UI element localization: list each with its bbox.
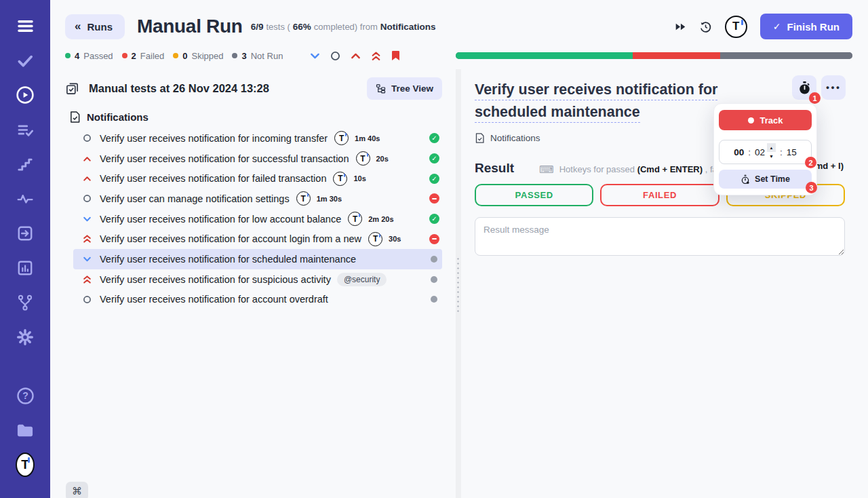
minutes-spinner: ▲ ▼ (767, 143, 776, 161)
priority-icon (83, 134, 92, 142)
hours-field[interactable]: 00 (734, 147, 744, 157)
track-label: Track (760, 115, 783, 126)
sidebar-item-checklist-icon[interactable] (16, 120, 35, 139)
panel-resize-divider[interactable] (456, 69, 461, 498)
tree-icon (376, 83, 386, 94)
track-button[interactable]: Track (719, 110, 812, 130)
more-options-button[interactable]: ●●● (821, 75, 846, 100)
completed-percent: 66% (293, 22, 311, 32)
passed-badge: ✓ (429, 214, 439, 224)
test-title: Verify user receives notification for sc… (100, 254, 356, 265)
sidebar-item-branch-icon[interactable] (16, 293, 35, 312)
hotkey-segment: Hotkeys for passed (559, 164, 637, 174)
sidebar-item-bar-chart-icon[interactable] (16, 258, 35, 277)
test-row[interactable]: Verify user receives notification for ac… (73, 229, 442, 249)
filter-chevron-up-icon[interactable] (351, 52, 361, 60)
keyboard-icon: ⌨ (539, 164, 554, 175)
test-title: Verify user receives notification for ac… (100, 294, 328, 305)
status-stat-skipped: 0Skipped (173, 51, 223, 61)
step-badge-3: 3 (806, 182, 817, 193)
test-title: Verify user receives notification for in… (100, 133, 328, 144)
timer-button[interactable]: 1 (792, 75, 816, 100)
passed-button[interactable]: PASSED (475, 184, 593, 206)
result-message-input[interactable] (475, 217, 845, 256)
test-row[interactable]: Verify user receives notification for su… (73, 269, 442, 290)
test-row[interactable]: Verify user receives notification for in… (73, 128, 442, 149)
set-time-button[interactable]: Set Time 3 (719, 170, 812, 189)
topbar-actions: T ✓ Finish Run (675, 14, 852, 39)
filter-circle-icon[interactable] (330, 51, 340, 61)
notrun-badge (431, 296, 437, 303)
test-row[interactable]: Verify user receives notification for sc… (73, 249, 442, 269)
tests-fraction: 6/9 (251, 22, 264, 32)
filter-bookmark-icon[interactable] (391, 50, 400, 61)
minutes-field[interactable]: 02 (755, 147, 765, 157)
tree-view-button[interactable]: Tree View (367, 77, 442, 100)
app-root: ?T « Runs Manual Run 6/9 tests ( 66% com… (0, 0, 868, 498)
editable-title-text[interactable]: Verify user receives notification for sc… (475, 81, 717, 123)
drag-handle[interactable] (456, 256, 460, 315)
finish-run-button[interactable]: ✓ Finish Run (760, 14, 852, 39)
test-title: Verify user can manage notification sett… (100, 193, 290, 204)
test-duration: 20s (376, 155, 389, 163)
test-detail-panel: Verify user receives notification for sc… (461, 69, 868, 498)
sidebar-item-pulse-icon[interactable] (16, 189, 35, 208)
test-row[interactable]: Verify user receives notification for lo… (73, 209, 442, 229)
test-row[interactable]: Verify user receives notification for su… (73, 149, 442, 169)
testomat-logo-icon: T (368, 232, 382, 246)
sidebar-item-steps-icon[interactable] (16, 155, 35, 174)
test-title: Verify user receives notification for lo… (100, 214, 341, 225)
seconds-field[interactable]: 15 (787, 147, 797, 157)
topbar: « Runs Manual Run 6/9 tests ( 66% comple… (50, 0, 868, 46)
run-progress-bar (456, 52, 852, 59)
spinner-up-icon[interactable]: ▲ (767, 143, 776, 152)
finish-label: Finish Run (787, 21, 840, 33)
spinner-down-icon[interactable]: ▼ (767, 152, 776, 161)
check-icon: ✓ (773, 21, 781, 32)
failed-badge (429, 193, 439, 204)
history-timer-icon[interactable] (699, 20, 712, 33)
suite-folder-row[interactable]: Notifications (69, 111, 442, 123)
test-duration: 1m 30s (317, 195, 342, 203)
stat-label: Skipped (192, 51, 224, 61)
test-row[interactable]: Verify user can manage notification sett… (73, 189, 442, 209)
test-title: Verify user receives notification for fa… (100, 173, 326, 184)
stat-count: 4 (75, 51, 79, 61)
sidebar-item-menu-icon[interactable] (16, 16, 35, 35)
stat-label: Failed (140, 51, 164, 61)
priority-icon (83, 155, 92, 162)
failed-button[interactable]: FAILED (600, 184, 719, 206)
testomat-logo-icon[interactable]: T (725, 16, 747, 38)
sidebar-item-logo-icon[interactable]: T (16, 455, 35, 474)
filter-chevron-down-icon[interactable] (310, 52, 320, 60)
sidebar-item-signin-icon[interactable] (16, 224, 35, 243)
test-status-badge (431, 256, 439, 263)
run-title-text: Manual tests at 26 Nov 2024 13:28 (89, 82, 269, 95)
sidebar-item-folder-icon[interactable] (16, 421, 35, 440)
svg-text:?: ? (22, 390, 28, 401)
step-badge-1: 1 (809, 92, 821, 104)
sidebar-item-help-icon[interactable]: ? (16, 386, 35, 405)
document-check-icon (475, 132, 485, 144)
sidebar-item-play-circle-icon[interactable] (16, 85, 35, 104)
test-title: Verify user receives notification for su… (100, 274, 331, 285)
fast-forward-icon[interactable] (675, 22, 686, 31)
test-row[interactable]: Verify user receives notification for fa… (73, 168, 442, 189)
back-to-runs-button[interactable]: « Runs (65, 14, 125, 39)
breadcrumb-label: Notifications (490, 133, 540, 143)
test-status-badge: ✓ (429, 153, 439, 164)
command-shortcut-button[interactable]: ⌘ (66, 482, 88, 498)
page-title: Manual Run (137, 16, 243, 37)
status-dot (232, 53, 237, 58)
stat-count: 0 (182, 51, 187, 61)
sidebar-item-check-icon[interactable] (16, 51, 35, 70)
record-dot-icon (748, 117, 754, 123)
test-list-panel: Manual tests at 26 Nov 2024 13:28 Tree V… (50, 69, 456, 498)
notrun-badge (431, 276, 437, 283)
test-row[interactable]: Verify user receives notification for ac… (73, 290, 442, 310)
sidebar-item-gear-icon[interactable] (16, 328, 35, 347)
filter-double-chevron-up-icon[interactable] (371, 51, 381, 61)
test-tag: @security (337, 273, 387, 286)
passed-badge: ✓ (429, 153, 439, 164)
test-status-badge (431, 296, 439, 303)
